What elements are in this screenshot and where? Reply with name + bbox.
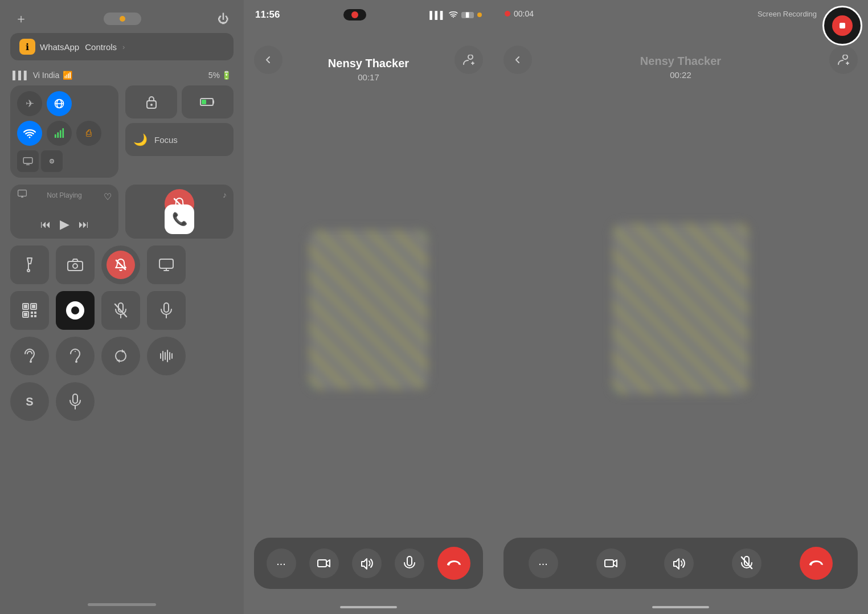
call-controls-bar-3[interactable]: ··· — [503, 538, 858, 589]
screen-mirror-button[interactable] — [147, 245, 186, 284]
svg-point-18 — [73, 264, 77, 268]
svg-rect-28 — [34, 312, 36, 314]
shazam-row: S — [10, 382, 234, 421]
bluetooth-button[interactable]: ⎙ — [76, 121, 101, 146]
chevron-right-icon: › — [122, 43, 125, 51]
back-arrow-button-3[interactable] — [503, 46, 532, 74]
wifi-icon — [449, 11, 458, 19]
svg-rect-22 — [24, 305, 27, 308]
cc-pill — [104, 13, 141, 25]
speaker-button[interactable] — [352, 548, 382, 578]
whatsapp-banner[interactable]: ℹ WhatsApp Controls › — [10, 33, 234, 60]
status-bar: ▌▌▌ Vi India 📶 5% 🔋 — [10, 68, 234, 85]
mute-button[interactable] — [395, 548, 424, 578]
music-note-icon: ♪ — [223, 190, 227, 199]
svg-rect-4 — [57, 132, 59, 138]
flashlight-button[interactable] — [10, 245, 49, 284]
cellular-signal-button[interactable] — [47, 121, 72, 146]
recording-time: 00:04 — [514, 9, 534, 18]
svg-point-11 — [150, 104, 153, 106]
recording-banner: 00:04 — [505, 9, 534, 18]
tools-row-2 — [10, 291, 234, 330]
call-video-area — [244, 88, 493, 532]
display-icon[interactable] — [41, 150, 63, 172]
cellular-data-button[interactable] — [47, 91, 72, 116]
add-icon[interactable]: ＋ — [15, 10, 27, 27]
next-track-icon[interactable]: ⏭ — [79, 219, 89, 231]
signal-icon: ▌▌▌ — [429, 11, 445, 19]
svg-rect-14 — [18, 190, 27, 197]
dots-icon-3: ··· — [538, 557, 548, 570]
screen-mirroring-small-icon[interactable] — [17, 150, 39, 172]
connectivity-focus-row: ✈ — [10, 85, 234, 178]
battery-icon: 🔋 — [222, 71, 231, 80]
screen-lock-button[interactable] — [125, 85, 177, 118]
speaker-button-3[interactable] — [664, 548, 694, 578]
wifi-button[interactable] — [17, 121, 42, 146]
media-controls: ⏮ ▶ ⏭ — [18, 217, 110, 232]
silent-phone-tile: ♪ 📞 — [125, 185, 234, 239]
svg-rect-17 — [68, 261, 83, 271]
qr-code-button[interactable] — [10, 291, 49, 330]
previous-track-icon[interactable]: ⏮ — [40, 219, 51, 231]
svg-rect-20 — [159, 259, 173, 268]
airplay-icon[interactable] — [17, 189, 27, 202]
svg-point-2 — [29, 137, 31, 138]
back-arrow-button[interactable] — [254, 46, 282, 74]
status-icons: ▌▌▌ ▉ — [429, 11, 482, 19]
rec-dot-icon — [505, 11, 510, 17]
more-options-button-3[interactable]: ··· — [529, 548, 558, 578]
mic-mute-button[interactable] — [101, 291, 140, 330]
mute-button-3[interactable] — [732, 548, 761, 578]
heart-icon: ♡ — [104, 191, 112, 202]
video-call-button[interactable] — [309, 548, 339, 578]
play-pause-icon[interactable]: ▶ — [60, 217, 69, 232]
svg-rect-7 — [23, 158, 32, 163]
moon-icon: 🌙 — [133, 133, 148, 146]
media-row: ♡ Not Playing ⏮ ▶ ⏭ ♪ — [10, 185, 234, 239]
media-player-tile[interactable]: ♡ Not Playing ⏮ ▶ ⏭ — [10, 185, 118, 239]
focus-label: Focus — [154, 135, 178, 145]
video-call-button-3[interactable] — [596, 548, 626, 578]
call-controls-bar[interactable]: ··· — [254, 538, 483, 589]
focus-button[interactable]: 🌙 Focus — [125, 123, 234, 156]
call-time: 11:56 — [255, 9, 280, 21]
hearing-2-button[interactable] — [56, 337, 95, 375]
svg-point-35 — [75, 361, 77, 363]
svg-point-16 — [27, 269, 30, 272]
svg-rect-24 — [32, 305, 35, 308]
end-call-button[interactable] — [437, 547, 470, 580]
carrier-info: ▌▌▌ Vi India 📶 — [13, 71, 72, 80]
svg-rect-26 — [24, 313, 27, 316]
airplane-mode-button[interactable]: ✈ — [17, 91, 42, 116]
home-indicator-3 — [652, 606, 709, 608]
whatsapp-icon: ℹ — [19, 39, 35, 55]
rotate-button[interactable] — [101, 337, 140, 375]
phone-tile[interactable]: 📞 — [165, 204, 194, 234]
battery-tile-button[interactable] — [182, 85, 234, 118]
screen-record-button[interactable] — [56, 291, 95, 330]
add-participant-button[interactable] — [455, 46, 483, 74]
more-options-button[interactable]: ··· — [267, 548, 296, 578]
screen-record-indicator[interactable] — [822, 6, 862, 46]
add-participant-button-3[interactable] — [829, 46, 858, 74]
voice-memo-button[interactable] — [56, 382, 95, 421]
cc-top-bar: ＋ ⏻ — [10, 0, 234, 33]
screen-recording-label: Screen Recording — [758, 10, 817, 18]
svg-rect-30 — [34, 315, 36, 317]
screen-recording-panel: 00:04 Screen Recording Nensy Thacker 00:… — [493, 0, 868, 614]
controls-label: Controls — [85, 42, 117, 52]
svg-rect-3 — [55, 134, 56, 138]
power-icon[interactable]: ⏻ — [218, 13, 229, 26]
soundwave-button[interactable] — [147, 337, 186, 375]
shazam-button[interactable]: S — [10, 382, 49, 421]
record-dot-icon — [66, 301, 84, 320]
caller-video — [309, 230, 428, 390]
hearing-button[interactable] — [10, 337, 49, 375]
end-call-button-3[interactable] — [800, 547, 833, 580]
connectivity-tile[interactable]: ✈ — [10, 85, 118, 178]
svg-rect-5 — [60, 130, 62, 138]
mute-standalone-button[interactable] — [101, 245, 140, 284]
camera-button[interactable] — [56, 245, 95, 284]
microphone-button[interactable] — [147, 291, 186, 330]
